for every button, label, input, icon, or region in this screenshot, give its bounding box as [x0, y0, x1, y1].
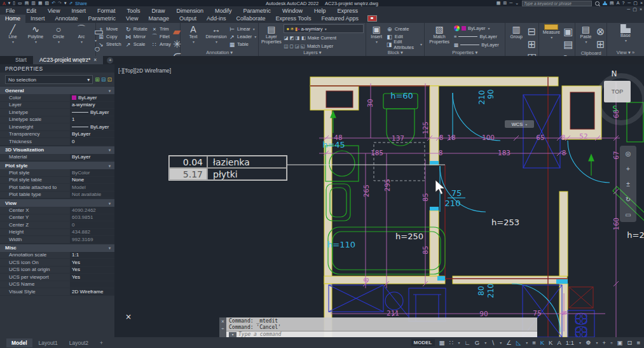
property-row[interactable]: ColorByLayer — [0, 94, 114, 102]
layer-off-tool-icon[interactable]: ◧ — [301, 35, 306, 41]
menu-draw[interactable]: Draw — [146, 8, 170, 14]
collapse-icon[interactable]: ⌄ — [515, 1, 519, 6]
id-point-icon[interactable]: ▣ — [563, 25, 573, 38]
property-row[interactable]: Visual Style2D Wireframe — [0, 288, 114, 296]
pan-icon[interactable]: + — [626, 165, 630, 172]
group-edit-icon[interactable]: ⊞ — [527, 38, 537, 50]
clean-screen-icon[interactable]: ⊡ — [627, 339, 632, 346]
ortho-icon[interactable]: ∟ — [465, 339, 470, 346]
ribbon-tab-output[interactable]: Output — [174, 15, 202, 23]
match-properties-button[interactable]: ▧ Match Properties — [427, 24, 452, 44]
new-layout-button[interactable]: + — [95, 338, 108, 347]
toggle-pickadd-icon[interactable]: ⊞ — [95, 76, 100, 83]
annotation-scale-icon[interactable]: A — [557, 339, 561, 346]
property-row[interactable]: Center Z0 — [0, 221, 114, 229]
grid-display-icon[interactable]: ▦ — [439, 339, 445, 346]
layer-color-swatch[interactable]: ▪ — [298, 26, 300, 32]
close-button[interactable]: × — [640, 1, 643, 6]
fillet-button[interactable]: ⌒Fillet — [151, 33, 171, 40]
object-snap-icon-caret[interactable]: ▾ — [526, 340, 528, 345]
language-flag-icon[interactable] — [367, 15, 377, 22]
trim-button[interactable]: ×Trim — [151, 25, 171, 32]
layer-freeze-icon[interactable]: ☀ — [290, 26, 294, 32]
nav-wheel-icon[interactable]: ◎ — [626, 150, 631, 157]
polar-tracking-icon-caret[interactable]: ▾ — [484, 340, 486, 345]
property-row[interactable]: Plot styleByColor — [0, 169, 114, 177]
ribbon-tab-manage[interactable]: Manage — [143, 15, 174, 23]
menu-express[interactable]: Express — [332, 8, 364, 14]
polyline-button[interactable]: ∿Polyline▾ — [25, 24, 46, 44]
tab-start[interactable]: Start — [9, 56, 33, 64]
copy-button[interactable]: ⊞Copy — [98, 33, 121, 40]
polar-tracking-icon[interactable]: G — [475, 339, 479, 346]
osnap-tracking-icon[interactable]: ∠ — [506, 339, 512, 346]
model-space-label[interactable]: MODEL — [411, 339, 435, 346]
property-row[interactable]: UCS per viewportYes — [0, 274, 114, 281]
annotation-monitor-icon[interactable]: + — [603, 339, 606, 346]
viewport-grid-icon[interactable]: ▦ — [497, 1, 501, 6]
match-layer-button[interactable]: ◫◻◲◱ Match Layer — [284, 42, 364, 50]
minimize-button[interactable]: ─ — [627, 7, 630, 12]
units-icon[interactable]: ▫ — [610, 339, 612, 346]
array-button[interactable]: ∷Array — [151, 41, 171, 48]
workspace-icon-caret[interactable]: ▾ — [596, 340, 598, 345]
properties-panel-label[interactable]: Properties ▾ — [425, 50, 505, 56]
property-row[interactable]: Width992.3169 — [0, 236, 114, 244]
viewcube-top-face[interactable]: TOP — [604, 81, 631, 102]
block-panel-label[interactable]: Block ▾ — [366, 50, 424, 56]
plot-icon[interactable]: ▧ — [45, 1, 50, 6]
cmd-close-icon[interactable]: × — [221, 319, 224, 324]
scale-value-caret[interactable]: ▾ — [579, 340, 581, 345]
autoscale-icon[interactable]: K — [549, 339, 552, 346]
quick-select-icon[interactable]: ⊡ — [107, 76, 112, 83]
property-row[interactable]: Layera-wymiary — [0, 102, 114, 109]
zoom-icon[interactable]: ± — [626, 181, 630, 188]
edit-attributes-button[interactable]: ◨Edit Attributes▾ — [387, 41, 422, 48]
layer-isolate-icon[interactable]: ◪ — [284, 35, 288, 41]
linetype-dropdown[interactable]: ▩ ByLayer — [454, 41, 499, 48]
object-snap-icon[interactable]: ◺ — [516, 339, 521, 346]
save-icon[interactable]: ▤ — [25, 1, 29, 6]
linear-dim-button[interactable]: ⊢Linear▾ — [229, 25, 256, 32]
layer-prev-icon[interactable]: ◲ — [295, 43, 299, 49]
annotation-visibility-icon[interactable]: K — [540, 339, 544, 346]
layer-freeze-tool-icon[interactable]: ◨ — [296, 35, 300, 41]
autodesk-account-icon[interactable]: A — [617, 1, 620, 6]
property-row[interactable]: Center Y603.9851 — [0, 214, 114, 222]
quick-calc-icon[interactable]: ▤ — [563, 38, 573, 50]
menu-file[interactable]: File — [0, 8, 21, 14]
layout1-tab[interactable]: Layout1 — [34, 338, 63, 347]
lineweight-dropdown[interactable]: ≡ ByLayer — [454, 32, 499, 40]
table-button[interactable]: ▦Table — [229, 41, 256, 48]
open-file-icon[interactable]: ▭ — [18, 1, 22, 6]
property-row[interactable]: Linetype scale1 — [0, 116, 114, 124]
close-button[interactable]: × — [640, 7, 642, 12]
arc-button[interactable]: ⌒Arc▾ — [71, 24, 92, 44]
undo-icon[interactable]: ↶ — [51, 1, 55, 6]
share-button[interactable]: Share — [75, 1, 87, 6]
command-options-icon[interactable]: ▾ — [229, 332, 236, 337]
ribbon-tab-view[interactable]: View — [121, 15, 143, 23]
base-view-button[interactable]: Base▾ — [616, 24, 635, 43]
property-row[interactable]: Height434.882 — [0, 229, 114, 237]
object-color-dropdown[interactable]: ByLayer▾ — [454, 24, 499, 32]
search-icon[interactable] — [595, 1, 599, 6]
qat-customize-icon[interactable]: ▾ — [64, 1, 67, 6]
make-current-button[interactable]: ◪◩◨◧ Make Current — [284, 34, 364, 41]
menu-window[interactable]: Window — [277, 8, 308, 14]
group-button[interactable]: ▥ Group — [507, 24, 525, 39]
layer-properties-button[interactable]: ▤ Layer Properties — [261, 24, 282, 44]
view-panel-label[interactable]: View ▾ » — [607, 50, 644, 56]
menu-dimension[interactable]: Dimension — [170, 8, 209, 14]
new-file-icon[interactable]: ▯ — [13, 1, 15, 6]
section-plot-style[interactable]: Plot style▾ — [0, 161, 114, 169]
command-line-window[interactable]: ×⌁ Command: _mteditCommand: 'Cancel' ▾ T… — [219, 317, 537, 337]
property-row[interactable]: UCS icon OnYes — [0, 259, 114, 267]
layer-dropdown[interactable]: ●☀▮▪ a-wymiary▾ — [284, 24, 364, 33]
menu-edit[interactable]: Edit — [21, 8, 43, 14]
snap-mode-icon[interactable]: ∷ — [449, 339, 453, 346]
restore-button[interactable]: ▢ — [633, 1, 638, 6]
property-row[interactable]: Plot style tableNone — [0, 177, 114, 184]
layer-on-icon[interactable]: ● — [286, 26, 289, 32]
showmotion-icon[interactable]: ▭ — [625, 211, 631, 218]
